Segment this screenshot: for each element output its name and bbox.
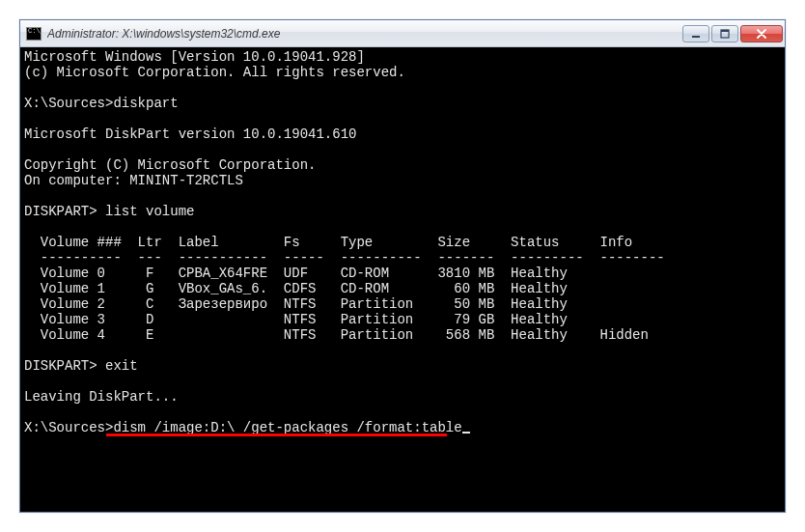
line-16: Volume 2 C Зарезервиро NTFS Partition 50… (24, 296, 568, 312)
window-title: Administrator: X:\windows\system32\cmd.e… (47, 27, 682, 41)
minimize-button[interactable] (682, 25, 709, 42)
line-17: Volume 3 D NTFS Partition 79 GB Healthy (24, 312, 568, 327)
close-icon (756, 29, 767, 39)
titlebar[interactable]: Administrator: X:\windows\system32\cmd.e… (20, 20, 785, 47)
maximize-icon (720, 29, 730, 39)
terminal-output: Microsoft Windows [Version 10.0.19041.92… (24, 49, 781, 435)
line-8: On computer: MININT-T2RCTLS (24, 173, 243, 188)
terminal-area[interactable]: Microsoft Windows [Version 10.0.19041.92… (20, 47, 785, 512)
svg-rect-2 (721, 30, 729, 32)
command-highlight (106, 434, 447, 436)
line-12: Volume ### Ltr Label Fs Type Size Status… (24, 235, 632, 250)
line-18: Volume 4 E NTFS Partition 568 MB Healthy… (24, 327, 649, 343)
minimize-icon (691, 29, 701, 39)
line-1: (c) Microsoft Corporation. All rights re… (24, 65, 405, 80)
line-0: Microsoft Windows [Version 10.0.19041.92… (24, 49, 365, 65)
line-20: DISKPART> exit (24, 358, 138, 374)
line-13: ---------- --- ----------- ----- -------… (24, 250, 665, 266)
window-controls (682, 25, 783, 42)
line-7: Copyright (C) Microsoft Corporation. (24, 157, 316, 173)
line-10: DISKPART> list volume (24, 204, 194, 219)
line-15: Volume 1 G VBox_GAs_6. CDFS CD-ROM 60 MB… (24, 281, 568, 296)
cmd-window: Administrator: X:\windows\system32\cmd.e… (19, 19, 786, 513)
svg-rect-0 (692, 36, 700, 38)
line-3: X:\Sources>diskpart (24, 96, 179, 111)
text-cursor (462, 432, 470, 434)
maximize-button[interactable] (711, 25, 738, 42)
line-5: Microsoft DiskPart version 10.0.19041.61… (24, 126, 356, 142)
cmd-icon (26, 27, 42, 41)
line-14: Volume 0 F CPBA_X64FRE UDF CD-ROM 3810 M… (24, 266, 568, 281)
line-22: Leaving DiskPart... (24, 389, 179, 405)
close-button[interactable] (740, 25, 783, 42)
